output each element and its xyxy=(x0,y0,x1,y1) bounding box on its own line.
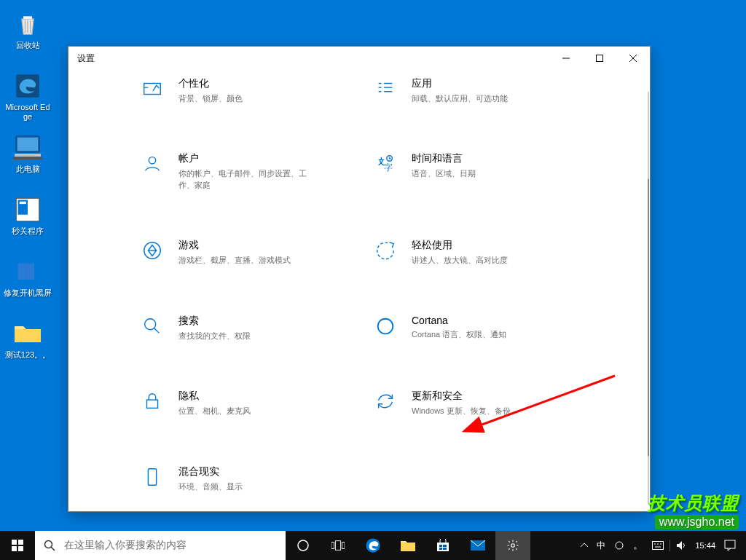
svg-rect-58 xyxy=(725,540,735,548)
system-tray: 中 。 15:44 xyxy=(576,531,746,560)
svg-rect-37 xyxy=(18,546,23,551)
svg-rect-30 xyxy=(147,400,158,408)
privacy-icon xyxy=(141,390,164,413)
this-pc-icon xyxy=(13,133,42,162)
svg-rect-47 xyxy=(443,545,447,547)
svg-point-29 xyxy=(378,318,393,334)
svg-rect-16 xyxy=(144,84,161,95)
tray-volume[interactable] xyxy=(672,531,691,560)
svg-rect-11 xyxy=(26,272,34,280)
cortana-icon xyxy=(374,315,397,338)
window-title: 设置 xyxy=(68,52,95,65)
repair-icon xyxy=(13,257,42,286)
setting-cortana[interactable]: CortanaCortana 语言、权限、通知 xyxy=(374,315,578,360)
tray-clock[interactable]: 15:44 xyxy=(691,531,720,560)
taskbar-edge[interactable] xyxy=(356,531,390,560)
tray-chevron-up[interactable] xyxy=(576,531,592,560)
svg-rect-34 xyxy=(12,540,17,545)
svg-rect-48 xyxy=(439,548,442,550)
svg-point-27 xyxy=(145,318,156,329)
tray-punct[interactable]: 。 xyxy=(629,531,648,560)
desktop-icon-this-pc[interactable]: 此电脑 xyxy=(4,131,52,193)
svg-rect-43 xyxy=(342,543,345,549)
update-security-icon xyxy=(374,390,397,413)
taskbar-cortana[interactable] xyxy=(286,531,321,560)
desktop-icon-label: 回收站 xyxy=(16,41,40,50)
setting-ease-of-access[interactable]: 轻松使用讲述人、放大镜、高对比度 xyxy=(374,239,578,285)
tray-ime[interactable]: 中 xyxy=(592,531,610,560)
svg-rect-53 xyxy=(653,542,664,550)
svg-rect-10 xyxy=(18,272,26,280)
start-button[interactable] xyxy=(0,531,35,560)
setting-search[interactable]: 搜索查找我的文件、权限 xyxy=(141,315,345,360)
settings-body[interactable]: 个性化背景、锁屏、颜色 应用卸载、默认应用、可选功能 帐户你的帐户、电子邮件、同… xyxy=(68,70,650,511)
maximize-button[interactable] xyxy=(583,47,616,70)
setting-update-security[interactable]: 更新和安全Windows 更新、恢复、备份 xyxy=(374,390,578,435)
desktop-icon-repair-black[interactable]: 修复开机黑屏 xyxy=(4,255,52,317)
taskbar-task-view[interactable] xyxy=(321,531,356,560)
desktop-icon-edge[interactable]: Microsoft Edge xyxy=(4,69,52,131)
setting-time-language[interactable]: 字 时间和语言语音、区域、日期 xyxy=(374,152,578,210)
setting-gaming[interactable]: 游戏游戏栏、截屏、直播、游戏模式 xyxy=(141,239,345,285)
search-icon xyxy=(44,540,55,551)
desktop-icon-label: 修复开机黑屏 xyxy=(4,288,52,298)
desktop-icon-label: 秒关程序 xyxy=(12,226,44,236)
tray-full-width[interactable] xyxy=(610,531,629,560)
svg-rect-35 xyxy=(18,540,23,545)
title-bar: 设置 xyxy=(68,47,650,70)
window-controls xyxy=(549,47,650,70)
edge-icon xyxy=(13,71,42,100)
setting-privacy[interactable]: 隐私位置、相机、麦克风 xyxy=(141,390,345,435)
svg-point-40 xyxy=(298,540,308,551)
svg-rect-3 xyxy=(15,154,41,157)
svg-rect-31 xyxy=(148,468,156,485)
svg-rect-41 xyxy=(331,543,334,549)
setting-personalization[interactable]: 个性化背景、锁屏、颜色 xyxy=(141,77,345,123)
folder-icon xyxy=(13,319,42,348)
taskbar-file-explorer[interactable] xyxy=(390,531,425,560)
tray-notifications[interactable] xyxy=(720,531,740,560)
setting-accounts[interactable]: 帐户你的帐户、电子邮件、同步设置、工作、家庭 xyxy=(141,152,345,210)
taskbar-mail[interactable] xyxy=(460,531,495,560)
svg-rect-13 xyxy=(597,55,603,62)
svg-text:字: 字 xyxy=(384,163,393,173)
settings-grid: 个性化背景、锁屏、颜色 应用卸载、默认应用、可选功能 帐户你的帐户、电子邮件、同… xyxy=(141,70,578,511)
svg-rect-4 xyxy=(13,157,42,159)
desktop-icon-label: 此电脑 xyxy=(16,165,40,174)
recycle-bin-icon xyxy=(13,9,42,39)
svg-line-28 xyxy=(154,328,160,334)
svg-line-39 xyxy=(51,547,55,551)
settings-window: 设置 个性化背景、锁屏、颜色 应用卸载、默认应用、可选功能 帐户你的帐户、电子邮… xyxy=(68,46,651,512)
close-button[interactable] xyxy=(616,47,650,70)
setting-mixed-reality[interactable]: 混合现实环境、音频、显示 xyxy=(141,465,345,511)
svg-rect-42 xyxy=(335,541,340,551)
ease-of-access-icon xyxy=(374,239,397,262)
desktop-icon-recycle-bin[interactable]: 回收站 xyxy=(4,7,52,69)
minimize-button[interactable] xyxy=(549,47,583,70)
desktop-icon-label: 测试123。。 xyxy=(5,350,50,360)
app-icon xyxy=(13,195,42,224)
time-language-icon: 字 xyxy=(374,152,397,176)
desktop-icon-second-close[interactable]: 秒关程序 xyxy=(4,193,52,255)
search-placeholder: 在这里输入你要搜索的内容 xyxy=(64,539,186,552)
accounts-icon xyxy=(141,152,164,176)
search-category-icon xyxy=(141,315,164,338)
svg-rect-7 xyxy=(20,202,26,204)
taskbar: 在这里输入你要搜索的内容 中 。 15:44 xyxy=(0,531,746,560)
desktop-icon-test-folder[interactable]: 测试123。。 xyxy=(4,317,52,379)
svg-rect-36 xyxy=(12,546,17,551)
taskbar-settings[interactable] xyxy=(495,531,530,560)
svg-point-23 xyxy=(149,157,155,164)
desktop-icon-label: Microsoft Edge xyxy=(4,103,52,122)
svg-rect-9 xyxy=(26,264,34,272)
svg-point-51 xyxy=(511,544,515,548)
setting-apps[interactable]: 应用卸载、默认应用、可选功能 xyxy=(374,77,578,123)
gaming-icon xyxy=(141,239,164,262)
mixed-reality-icon xyxy=(141,465,164,489)
svg-rect-2 xyxy=(17,138,38,151)
apps-icon xyxy=(374,77,397,100)
tray-keyboard[interactable] xyxy=(648,531,668,560)
taskbar-search[interactable]: 在这里输入你要搜索的内容 xyxy=(35,531,286,560)
taskbar-store[interactable] xyxy=(425,531,460,560)
svg-rect-46 xyxy=(439,545,442,547)
